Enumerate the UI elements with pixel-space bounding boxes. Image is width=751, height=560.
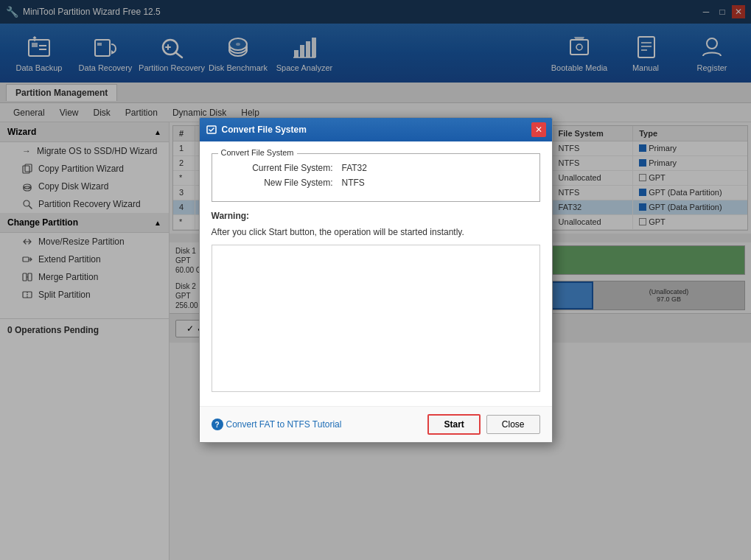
close-button[interactable]: Close: [486, 415, 540, 434]
dialog-close-button[interactable]: ✕: [531, 122, 546, 137]
help-link[interactable]: ? Convert FAT to NTFS Tutorial: [212, 419, 422, 430]
help-icon: ?: [212, 419, 223, 430]
start-button[interactable]: Start: [427, 414, 480, 435]
convert-group-title: Convert File System: [218, 148, 297, 157]
warning-header: Warning:: [212, 211, 540, 221]
warning-detail: After you click Start button, the operat…: [212, 227, 540, 237]
current-fs-row: Current File System: FAT32: [224, 163, 528, 173]
dialog-icon: [206, 124, 217, 136]
convert-file-system-dialog: Convert File System ✕ Convert File Syste…: [199, 117, 553, 443]
dialog-title-bar: Convert File System ✕: [200, 118, 552, 141]
new-fs-value: NTFS: [342, 178, 365, 188]
dialog-title: Convert File System: [222, 125, 531, 135]
dialog-footer: ? Convert FAT to NTFS Tutorial Start Clo…: [200, 406, 552, 442]
current-fs-value: FAT32: [342, 163, 367, 173]
current-fs-label: Current File System:: [224, 163, 342, 173]
help-link-text: Convert FAT to NTFS Tutorial: [226, 419, 342, 430]
new-fs-label: New File System:: [224, 178, 342, 188]
convert-file-system-group: Convert File System Current File System:…: [212, 153, 540, 202]
new-fs-row: New File System: NTFS: [224, 178, 528, 188]
log-textarea[interactable]: [212, 245, 540, 392]
dialog-body: Convert File System Current File System:…: [200, 141, 552, 406]
dialog-overlay: Convert File System ✕ Convert File Syste…: [0, 0, 751, 560]
